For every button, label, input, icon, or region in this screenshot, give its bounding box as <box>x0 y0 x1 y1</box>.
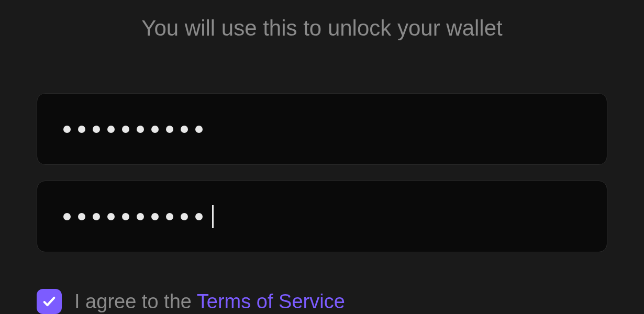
terms-prefix: I agree to the <box>74 290 197 312</box>
password-dot <box>151 213 159 220</box>
password-dot <box>93 126 100 133</box>
password-dots <box>63 126 203 133</box>
password-dot <box>137 213 144 220</box>
password-dot <box>181 213 188 220</box>
subtitle-text: You will use this to unlock your wallet <box>37 16 607 41</box>
text-cursor <box>212 205 214 228</box>
terms-text: I agree to the Terms of Service <box>74 290 345 313</box>
password-dot <box>122 126 129 133</box>
password-dot <box>181 126 188 133</box>
password-dot <box>78 213 85 220</box>
confirm-password-field[interactable] <box>37 181 607 252</box>
password-dot <box>195 126 203 133</box>
password-dot <box>137 126 144 133</box>
password-dot <box>166 213 173 220</box>
confirm-password-dots <box>63 213 203 220</box>
password-dot <box>63 213 71 220</box>
terms-row: I agree to the Terms of Service <box>37 289 607 314</box>
password-dot <box>63 126 71 133</box>
password-dot <box>107 213 115 220</box>
password-dot <box>122 213 129 220</box>
password-dot <box>78 126 85 133</box>
password-field[interactable] <box>37 93 607 165</box>
check-icon <box>42 294 57 309</box>
terms-checkbox[interactable] <box>37 289 62 314</box>
password-dot <box>151 126 159 133</box>
password-dot <box>166 126 173 133</box>
password-dot <box>93 213 100 220</box>
password-dot <box>195 213 203 220</box>
terms-link[interactable]: Terms of Service <box>197 290 345 312</box>
password-dot <box>107 126 115 133</box>
